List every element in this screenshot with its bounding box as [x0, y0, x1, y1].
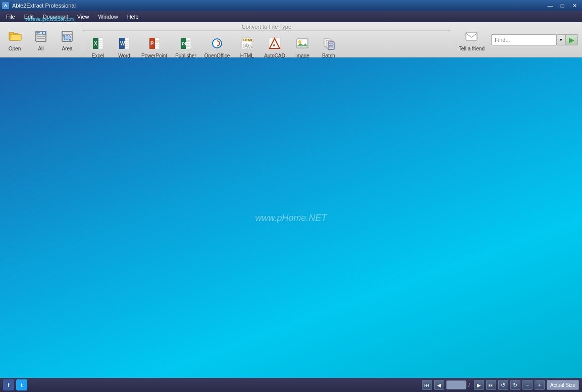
page-divider: /	[468, 382, 470, 388]
menu-window[interactable]: Window	[94, 13, 122, 21]
find-section: ▾ ▶	[491, 34, 578, 45]
tell-friend-icon	[463, 28, 480, 44]
svg-text:W: W	[120, 41, 125, 46]
watermark-center: www.pHome.NET	[255, 212, 327, 223]
autocad-button[interactable]: A AutoCAD	[260, 33, 289, 61]
close-button[interactable]: ✕	[569, 1, 580, 10]
statusbar: f t ⏮ ◀ / ▶ ⏭ ↺ ↻ − + Actual Size	[0, 378, 582, 392]
zoom-out-button[interactable]: −	[522, 380, 533, 390]
svg-rect-36	[186, 40, 190, 42]
svg-text:X: X	[94, 41, 97, 46]
titlebar-controls: — □ ✕	[545, 1, 580, 10]
all-icon	[33, 28, 49, 44]
excel-button[interactable]: X Excel	[85, 33, 111, 61]
menu-document[interactable]: Document	[39, 13, 72, 21]
toolbar-left: Open All	[0, 22, 82, 57]
facebook-button[interactable]: f	[3, 379, 14, 390]
batch-button[interactable]: Batch	[316, 33, 341, 61]
titlebar-left: A Able2Extract Professional	[2, 2, 76, 9]
all-label: All	[38, 46, 43, 51]
menubar: File Edit Document View Window Help	[0, 11, 582, 22]
svg-rect-6	[37, 38, 45, 39]
area-label: Area	[62, 46, 72, 51]
svg-rect-48	[297, 39, 308, 48]
powerpoint-button[interactable]: P PowerPoint	[138, 33, 171, 61]
statusbar-left: f t	[3, 379, 27, 390]
svg-point-11	[63, 35, 65, 37]
actual-size-button[interactable]: Actual Size	[547, 380, 579, 390]
publisher-button[interactable]: Pb Publisher	[172, 33, 200, 61]
twitter-button[interactable]: t	[16, 379, 27, 390]
openoffice-icon	[209, 35, 225, 51]
word-button[interactable]: W Word	[112, 33, 137, 61]
svg-rect-57	[466, 32, 477, 40]
svg-point-12	[69, 39, 71, 41]
toolbar-right: Tell a friend ▾ ▶	[451, 22, 582, 57]
page-input[interactable]	[446, 380, 466, 389]
last-page-button[interactable]: ⏭	[486, 380, 496, 390]
menu-help[interactable]: Help	[123, 13, 143, 21]
svg-rect-37	[186, 43, 190, 44]
excel-icon: X	[90, 35, 106, 51]
tell-friend-button[interactable]: Tell a friend	[455, 26, 488, 54]
app-icon: A	[2, 2, 9, 9]
area-icon	[59, 28, 75, 44]
svg-rect-38	[186, 45, 190, 47]
minimize-button[interactable]: —	[545, 1, 556, 10]
svg-rect-30	[155, 40, 159, 43]
next-page-button[interactable]: ▶	[474, 380, 484, 390]
menu-file[interactable]: File	[2, 13, 19, 21]
svg-rect-10	[64, 36, 70, 40]
maximize-button[interactable]: □	[557, 1, 568, 10]
svg-rect-1	[9, 32, 14, 34]
image-button[interactable]: Image	[290, 33, 315, 61]
svg-rect-5	[37, 36, 45, 37]
zoom-in-button[interactable]: +	[535, 380, 545, 390]
menu-edit[interactable]: Edit	[20, 13, 38, 21]
svg-text:A: A	[273, 43, 276, 47]
svg-point-49	[298, 40, 301, 43]
svg-rect-2	[10, 34, 21, 40]
titlebar: A Able2Extract Professional — □ ✕	[0, 0, 582, 11]
svg-text:HTML: HTML	[243, 38, 253, 42]
autocad-icon: A	[267, 35, 283, 51]
tell-friend-label: Tell a friend	[459, 46, 485, 51]
batch-icon	[321, 35, 337, 51]
powerpoint-icon: P	[146, 35, 163, 51]
main-content: www.pHome.NET	[0, 58, 582, 378]
html-button[interactable]: HTML <div> </div> HTML	[234, 33, 259, 61]
find-input[interactable]	[491, 34, 557, 45]
publisher-icon: Pb	[178, 35, 194, 51]
menu-view[interactable]: View	[73, 13, 93, 21]
app-title: Able2Extract Professional	[12, 3, 76, 9]
convert-label: Convert to File Type	[82, 22, 451, 31]
open-button[interactable]: Open	[2, 26, 27, 54]
html-icon: HTML <div> </div>	[239, 35, 255, 51]
toolbar: Open All	[0, 22, 582, 58]
image-icon	[294, 35, 310, 51]
svg-point-7	[42, 31, 45, 34]
convert-section: Convert to File Type X Excel	[82, 22, 451, 57]
prev-page-button[interactable]: ◀	[434, 380, 444, 390]
find-go-button[interactable]: ▶	[566, 34, 578, 45]
statusbar-right: ⏮ ◀ / ▶ ⏭ ↺ ↻ − + Actual Size	[422, 380, 579, 390]
first-page-button[interactable]: ⏮	[422, 380, 432, 390]
all-button[interactable]: All	[28, 26, 54, 54]
rotate-left-button[interactable]: ↺	[498, 380, 508, 390]
area-button[interactable]: Area	[55, 26, 80, 54]
word-icon: W	[116, 35, 132, 51]
openoffice-button[interactable]: OpenOffice	[201, 33, 233, 61]
svg-text:P: P	[150, 41, 154, 46]
open-label: Open	[9, 46, 21, 51]
open-icon	[7, 28, 23, 44]
rotate-right-button[interactable]: ↻	[510, 380, 520, 390]
svg-point-39	[211, 38, 223, 49]
svg-text:</div>: </div>	[243, 45, 252, 49]
find-dropdown-button[interactable]: ▾	[557, 34, 566, 45]
